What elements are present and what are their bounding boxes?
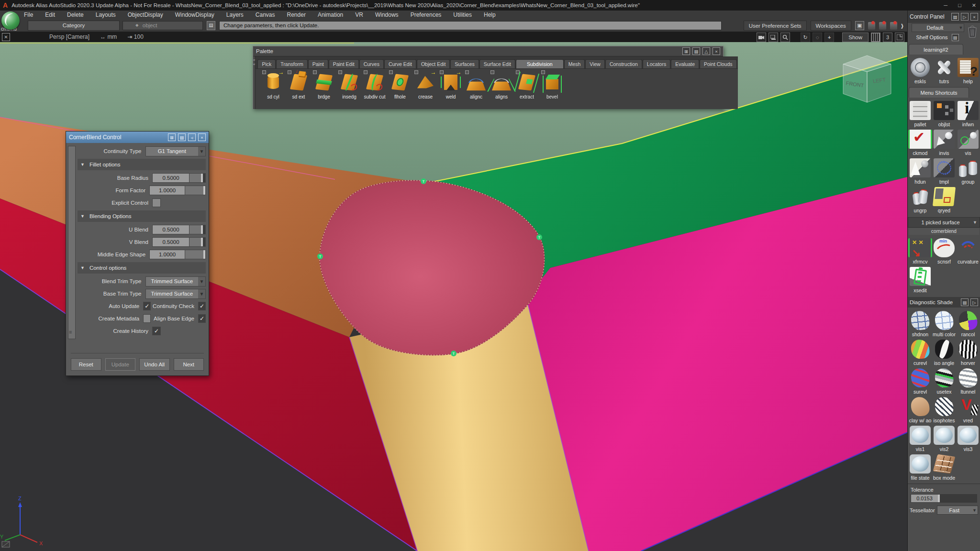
alias-logo-icon[interactable] — [1, 11, 20, 30]
pan-icon[interactable]: + — [824, 33, 834, 42]
shelf-tool[interactable]: infwn — [956, 99, 980, 127]
panel-close-icon[interactable]: × — [970, 13, 978, 21]
continuity-type-dropdown[interactable]: G1 Tangent▼ — [145, 146, 206, 156]
dialog-scrollbar[interactable]: ≡ — [68, 146, 76, 339]
viewport-corner-icon[interactable] — [2, 541, 10, 547]
shelf-tool[interactable]: pallet — [908, 99, 932, 127]
palette-tab[interactable]: Paint — [308, 59, 328, 68]
shelf-tool[interactable]: surevl — [908, 366, 932, 395]
palette-title-bar[interactable]: Palette ⊞ ▤ △ × — [253, 46, 723, 56]
auto-update-checkbox[interactable]: ✓ — [143, 302, 151, 310]
shelf-tool[interactable]: rancol — [956, 309, 980, 337]
continuity-check-checkbox[interactable]: ✓ — [198, 302, 206, 310]
menu-item[interactable]: Layouts — [96, 11, 116, 18]
shelf-tool[interactable]: usetex — [932, 366, 956, 395]
shelf-tool[interactable]: curevl — [908, 337, 932, 366]
explicit-control-checkbox[interactable] — [152, 198, 161, 207]
shelf-tool[interactable]: eskls — [908, 55, 932, 84]
menu-item[interactable]: Layers — [226, 11, 244, 18]
palette-tab[interactable]: View — [585, 59, 605, 68]
shelf-tool[interactable]: iso angle — [932, 337, 956, 366]
create-metadata-checkbox[interactable] — [143, 314, 151, 323]
form-factor-slider[interactable] — [185, 186, 206, 195]
u-blend-slider[interactable] — [189, 225, 206, 234]
palette-close-icon[interactable]: × — [713, 47, 720, 55]
shelf-tool[interactable]: clay w/ ao — [908, 395, 932, 423]
layers-count-button[interactable]: 3 — [883, 33, 892, 42]
shelf-tool[interactable]: vis — [956, 127, 980, 156]
base-radius-field[interactable]: 0.5000 — [152, 173, 189, 183]
category-button[interactable]: Category — [28, 21, 120, 31]
title-bar[interactable]: A Autodesk Alias AutoStudio 2020.3 Updat… — [0, 0, 980, 11]
palette-tool[interactable]: subdiv cut — [362, 69, 387, 109]
ruler-icon[interactable] — [871, 33, 880, 42]
user-preference-sets-button[interactable]: User Preference Sets — [744, 21, 807, 31]
diagnostic-expand-icon[interactable]: ▷ — [970, 298, 978, 306]
palette-tool[interactable]: extract — [514, 69, 539, 109]
dialog-collapse-icon[interactable]: ◃ — [188, 133, 196, 141]
shelf-tool[interactable]: isophotes — [932, 395, 956, 423]
shelf-tool[interactable]: vis2 — [932, 423, 956, 452]
palette-tab[interactable]: Subdivision — [516, 59, 564, 68]
menu-item[interactable]: File — [24, 11, 33, 18]
shelf-options-button[interactable]: Shelf Options ▤ — [912, 34, 963, 41]
blending-options-section[interactable]: ▼ Blending Options — [78, 210, 206, 222]
middle-edge-shape-field[interactable]: 1.0000 — [149, 250, 185, 259]
diagnostic-shade-header[interactable]: Diagnostic Shade ▤ ▷ — [908, 297, 980, 308]
select-circle-icon[interactable]: ◌ — [813, 33, 822, 42]
palette-tab[interactable]: Point Clouds — [700, 59, 737, 68]
shelf-tool[interactable]: shdnon — [908, 309, 932, 337]
palette-tool[interactable]: → crease — [412, 69, 438, 109]
menu-item[interactable]: Preferences — [411, 11, 442, 18]
palette-tool[interactable]: bevel — [539, 69, 565, 109]
maximize-button[interactable]: □ — [958, 2, 961, 8]
menu-item[interactable]: ObjectDisplay — [128, 11, 163, 18]
palette-tab[interactable]: Locators — [643, 59, 670, 68]
palette-tool[interactable]: flhole — [387, 69, 412, 109]
window-layout-icon[interactable] — [895, 33, 904, 42]
menu-item[interactable]: VR — [355, 11, 363, 18]
camera-label[interactable]: Persp [Camera] — [49, 33, 89, 40]
diagnostic-menu-icon[interactable]: ▤ — [961, 298, 969, 306]
create-history-checkbox[interactable]: ✓ — [152, 327, 161, 335]
middle-edge-shape-slider[interactable] — [185, 250, 206, 259]
palette-tab[interactable]: Surface Edit — [479, 59, 515, 68]
workspaces-button[interactable]: Workspaces — [811, 21, 851, 31]
shelf-options-list-icon[interactable]: ▤ — [952, 34, 959, 41]
tolerance-field[interactable]: 0.0153 — [911, 495, 938, 502]
shelf-tool[interactable]: scnsrf — [932, 236, 956, 264]
palette-tab[interactable]: Mesh — [564, 59, 585, 68]
shelf-preset-dropdown[interactable]: Default▼ — [912, 23, 964, 32]
palette-tab[interactable]: Transform — [276, 59, 307, 68]
palette-tab[interactable]: Surfaces — [450, 59, 479, 68]
shelf-tool[interactable]: tmpl — [932, 156, 956, 185]
palette-tool[interactable]: → weld — [438, 69, 463, 109]
minimize-button[interactable]: ─ — [944, 2, 947, 8]
palette-tab[interactable]: Construction — [605, 59, 642, 68]
undo-all-button[interactable]: Undo All — [139, 358, 170, 371]
shelf-tool[interactable]: curvature — [956, 236, 980, 264]
palette-dock-icon[interactable]: ⊞ — [682, 47, 690, 55]
workspace-save-icon[interactable]: ▣ — [855, 21, 864, 30]
shelf-tool[interactable]: vis1 — [908, 423, 932, 452]
shelf-tool[interactable]: xsedit — [908, 264, 932, 293]
palette-tab[interactable]: Paint Edit — [329, 59, 359, 68]
fillet-options-section[interactable]: ▼ Fillet options — [78, 159, 206, 170]
shelf-tool[interactable]: ckmod — [908, 127, 932, 156]
palette-menu-icon[interactable]: ▤ — [692, 47, 700, 55]
palette-tool[interactable]: → sd cyl — [260, 69, 286, 109]
dialog-dock-icon[interactable]: ⊞ — [168, 133, 176, 141]
shelf-tool[interactable]: box mode — [932, 452, 956, 481]
shelf-tool[interactable]: file state — [908, 452, 932, 481]
shelf-tool[interactable]: ungrp — [908, 185, 932, 213]
cornerblend-control-window[interactable]: CornerBlend Control ⊞ ▤ ◃ × ≡ Continuity… — [66, 131, 209, 376]
toolbar-expand-chevron-icon[interactable]: › — [901, 19, 903, 33]
palette-tab[interactable]: Curves — [359, 59, 384, 68]
v-blend-slider[interactable] — [189, 237, 206, 247]
scroll-grip-icon[interactable]: ≡ — [69, 329, 72, 335]
palette-tool[interactable]: insedg — [336, 69, 362, 109]
shelf-tool[interactable]: tutrs — [932, 55, 956, 84]
close-view-icon[interactable]: ✕ — [2, 33, 10, 41]
base-radius-slider[interactable] — [189, 173, 206, 183]
shelf-tool[interactable]: multi color — [932, 309, 956, 337]
